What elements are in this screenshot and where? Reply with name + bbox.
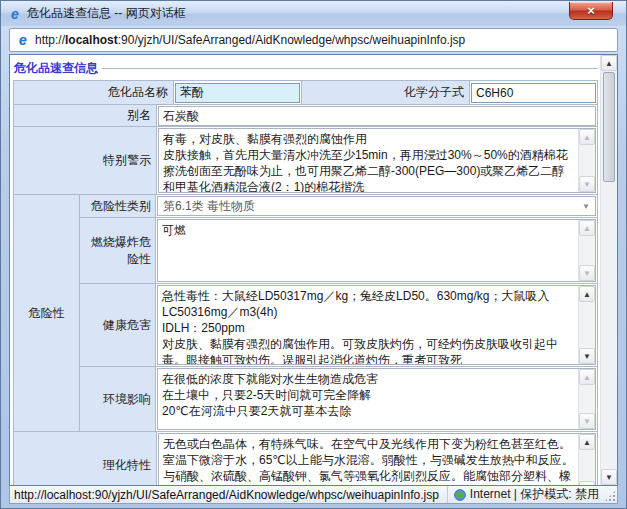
health-textarea[interactable]: 急性毒性：大鼠经LD50317mg／kg；兔经皮LD50。630mg/kg；大鼠… <box>157 285 596 365</box>
status-zone: Internet | 保护模式: 禁用 <box>447 486 599 503</box>
scroll-down-icon[interactable]: ▼ <box>579 176 595 192</box>
env-cell: 在很低的浓度下就能对水生生物造成危害 在土壤中，只要2-5天时间就可完全降解 2… <box>156 367 597 431</box>
status-bar: http://localhost:90/yjzh/UI/SafeArranged… <box>9 486 618 504</box>
scroll-down-icon[interactable]: ▼ <box>579 413 595 429</box>
close-icon: × <box>587 4 595 17</box>
phys-textarea[interactable]: 无色或白色晶体，有特殊气味。在空气中及光线作用下变为粉红色甚至红色。室温下微溶于… <box>158 433 596 485</box>
row-physical: 理化特性 无色或白色晶体，有特殊气味。在空气中及光线作用下变为粉红色甚至红色。室… <box>14 432 597 485</box>
dropdown-arrow-icon: ▼ <box>582 202 590 211</box>
address-bar: e http://localhost:90/yjzh/UI/SafeArrang… <box>9 28 618 52</box>
url-text: http://localhost:90/yjzh/UI/SafeArranged… <box>35 33 465 47</box>
globe-icon <box>454 489 466 501</box>
form-table: 危化品名称 苯酚 化学分子式 C6H60 别名 石炭酸 <box>13 80 598 485</box>
hazard-class-select[interactable]: 第6.1类 毒性物质 ▼ <box>157 196 596 216</box>
textarea-scrollbar[interactable]: ▲ ▼ <box>578 220 595 281</box>
warning-cell: 有毒，对皮肤、黏膜有强烈的腐蚀作用 皮肤接触，首先用大量清水冲洗至少15min，… <box>157 127 597 194</box>
section-title: 危化品速查信息 <box>14 60 98 77</box>
scroll-down-icon[interactable]: ▼ <box>579 265 595 281</box>
hazard-class-cell: 第6.1类 毒性物质 ▼ <box>156 195 597 217</box>
row-health: 健康危害 急性毒性：大鼠经LD50317mg／kg；兔经皮LD50。630mg/… <box>80 284 597 367</box>
scroll-up-icon[interactable]: ▲ <box>579 286 595 302</box>
scroll-up-icon[interactable]: ▲ <box>579 220 595 236</box>
fire-cell: 可燃 ▲ ▼ <box>156 218 597 283</box>
resize-grip[interactable] <box>604 490 616 502</box>
hazard-group: 危险性 危险性类别 第6.1类 毒性物质 ▼ <box>14 195 597 432</box>
name-input[interactable]: 苯酚 <box>175 83 300 103</box>
titlebar[interactable]: e 危化品速查信息 -- 网页对话框 × <box>1 1 626 26</box>
alias-cell: 石炭酸 <box>157 105 597 126</box>
row-warning: 特别警示 有毒，对皮肤、黏膜有强烈的腐蚀作用 皮肤接触，首先用大量清水冲洗至少1… <box>14 127 597 195</box>
warning-label: 特别警示 <box>14 127 157 194</box>
window-title: 危化品速查信息 -- 网页对话框 <box>27 5 186 22</box>
name-input-cell: 苯酚 <box>174 81 302 104</box>
alias-label: 别名 <box>14 105 157 126</box>
name-label: 危化品名称 <box>14 81 174 104</box>
env-label: 环境影响 <box>80 367 156 431</box>
scroll-up-icon[interactable]: ▲ <box>601 55 617 71</box>
row-name-formula: 危化品名称 苯酚 化学分子式 C6H60 <box>14 81 597 105</box>
scroll-up-icon[interactable]: ▲ <box>579 369 595 385</box>
page-content: 危化品速查信息 危化品名称 苯酚 化学分子式 C6H60 别名 <box>10 55 600 485</box>
hazard-group-label: 危险性 <box>14 195 80 431</box>
scroll-up-icon[interactable]: ▲ <box>579 129 595 145</box>
row-hazard-class: 危险性类别 第6.1类 毒性物质 ▼ <box>80 195 597 218</box>
env-textarea[interactable]: 在很低的浓度下就能对水生生物造成危害 在土壤中，只要2-5天时间就可完全降解 2… <box>157 368 596 430</box>
formula-label: 化学分子式 <box>302 81 470 104</box>
hazard-class-label: 危险性类别 <box>80 195 156 217</box>
fire-label: 燃烧爆炸危险性 <box>80 218 156 283</box>
textarea-scrollbar[interactable]: ▲ ▼ <box>578 434 595 485</box>
scroll-thumb[interactable] <box>603 72 615 182</box>
url-field: e http://localhost:90/yjzh/UI/SafeArrang… <box>9 28 618 52</box>
formula-input[interactable]: C6H60 <box>471 83 596 103</box>
textarea-scrollbar[interactable]: ▲ ▼ <box>578 129 595 192</box>
ie-icon: e <box>8 6 22 22</box>
textarea-scrollbar[interactable]: ▲ ▼ <box>578 369 595 429</box>
page-scrollbar[interactable]: ▲ ▼ <box>600 55 617 485</box>
scroll-down-icon[interactable]: ▼ <box>601 469 617 485</box>
row-fire: 燃烧爆炸危险性 可燃 ▲ ▼ <box>80 218 597 284</box>
health-cell: 急性毒性：大鼠经LD50317mg／kg；兔经皮LD50。630mg/kg；大鼠… <box>156 284 597 366</box>
phys-cell: 无色或白色晶体，有特殊气味。在空气中及光线作用下变为粉红色甚至红色。室温下微溶于… <box>157 432 597 485</box>
content-frame: 危化品速查信息 危化品名称 苯酚 化学分子式 C6H60 别名 <box>9 54 618 486</box>
alias-input[interactable]: 石炭酸 <box>158 106 596 126</box>
scroll-down-icon[interactable]: ▼ <box>579 481 595 485</box>
url-ie-icon: e <box>16 32 30 48</box>
formula-input-cell: C6H60 <box>470 81 597 104</box>
dialog-window: e 危化品速查信息 -- 网页对话框 × e http://localhost:… <box>0 0 627 509</box>
textarea-scrollbar[interactable]: ▲ ▼ <box>578 286 595 364</box>
row-environment: 环境影响 在很低的浓度下就能对水生生物造成危害 在土壤中，只要2-5天时间就可完… <box>80 367 597 431</box>
scroll-down-icon[interactable]: ▼ <box>579 348 595 364</box>
section-header: 危化品速查信息 <box>14 60 598 77</box>
phys-label: 理化特性 <box>14 432 157 485</box>
row-alias: 别名 石炭酸 <box>14 105 597 127</box>
warning-textarea[interactable]: 有毒，对皮肤、黏膜有强烈的腐蚀作用 皮肤接触，首先用大量清水冲洗至少15min，… <box>158 128 596 193</box>
scroll-up-icon[interactable]: ▲ <box>579 434 595 450</box>
status-url: http://localhost:90/yjzh/UI/SafeArranged… <box>14 488 447 502</box>
health-label: 健康危害 <box>80 284 156 366</box>
close-button[interactable]: × <box>569 2 613 20</box>
fire-textarea[interactable]: 可燃 ▲ ▼ <box>157 219 596 282</box>
section-rule <box>102 68 598 69</box>
